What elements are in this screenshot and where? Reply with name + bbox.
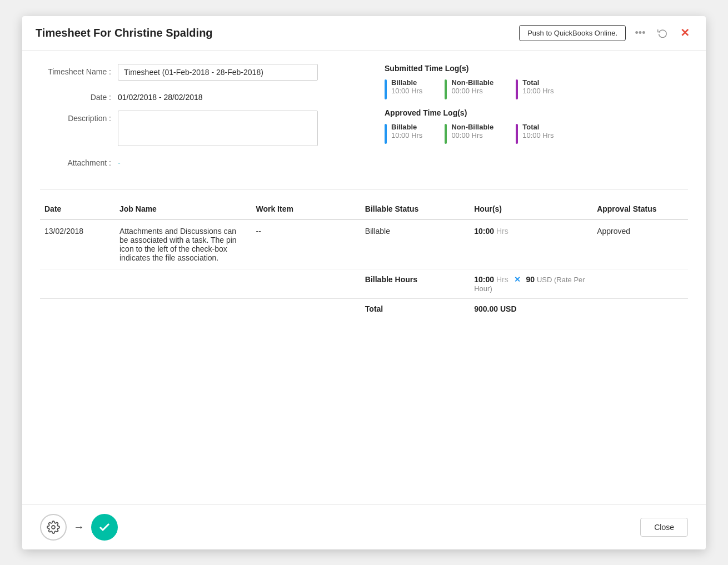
timesheet-name-label: Timesheet Name : xyxy=(40,64,118,76)
footer-left: → xyxy=(40,514,118,541)
timesheet-name-row: Timesheet Name : xyxy=(40,64,351,81)
cell-workitem: -- xyxy=(251,219,360,269)
col-header-jobname: Job Name xyxy=(115,199,251,219)
submitted-non-billable-label: Non-Billable xyxy=(451,78,493,87)
empty-cell3 xyxy=(592,298,688,319)
workflow-settings-icon[interactable] xyxy=(40,514,67,541)
header-actions: Push to QuickBooks Online. ••• ✕ xyxy=(519,25,692,41)
cell-date: 13/02/2018 xyxy=(40,219,115,269)
billable-hrs-unit: Hrs xyxy=(496,275,508,284)
submitted-stats-row: Billable 10:00 Hrs Non-Billable 00:00 Hr… xyxy=(385,78,688,99)
date-row: Date : 01/02/2018 - 28/02/2018 xyxy=(40,89,351,102)
approved-non-billable-label: Non-Billable xyxy=(451,123,493,131)
timesheet-name-input[interactable] xyxy=(118,64,318,81)
date-value: 01/02/2018 - 28/02/2018 xyxy=(118,89,203,102)
workflow-approve-button[interactable] xyxy=(91,514,118,541)
table-body: 13/02/2018 Attachments and Discussions c… xyxy=(40,219,688,319)
description-label: Description : xyxy=(40,111,118,123)
col-header-hours: Hour(s) xyxy=(470,199,592,219)
description-row: Description : xyxy=(40,111,351,146)
billable-hours-summary-row: Billable Hours 10:00 Hrs ✕ 90 USD (Rate … xyxy=(40,269,688,298)
total-value-cell: 900.00 USD xyxy=(470,298,592,319)
attachment-link[interactable]: - xyxy=(118,155,121,167)
submitted-billable-value: 10:00 Hrs xyxy=(391,87,422,95)
approved-title: Approved Time Log(s) xyxy=(385,108,688,117)
form-section: Timesheet Name : Date : 01/02/2018 - 28/… xyxy=(40,64,688,176)
cell-jobname: Attachments and Discussions can be assoc… xyxy=(115,219,251,269)
timesheet-modal: Timesheet For Christine Spalding Push to… xyxy=(22,16,706,549)
modal-title: Timesheet For Christine Spalding xyxy=(36,27,213,39)
submitted-non-billable: Non-Billable 00:00 Hrs xyxy=(445,78,493,99)
submitted-total-value: 10:00 Hrs xyxy=(522,87,554,95)
history-icon[interactable] xyxy=(655,25,670,41)
modal-body: Timesheet Name : Date : 01/02/2018 - 28/… xyxy=(22,51,706,504)
close-button[interactable]: Close xyxy=(640,518,688,537)
submitted-total: Total 10:00 Hrs xyxy=(516,78,554,99)
approved-total-value: 10:00 Hrs xyxy=(522,131,554,139)
col-header-date: Date xyxy=(40,199,115,219)
divider xyxy=(40,189,688,190)
svg-point-0 xyxy=(52,526,55,529)
total-label-cell: Total xyxy=(361,298,470,319)
table-section: Date Job Name Work Item Billable Status … xyxy=(40,199,688,319)
approved-total-label: Total xyxy=(522,123,554,131)
attachment-row: Attachment : - xyxy=(40,155,351,167)
cell-hours: 10:00 Hrs xyxy=(470,219,592,269)
form-left: Timesheet Name : Date : 01/02/2018 - 28/… xyxy=(40,64,351,176)
modal-header: Timesheet For Christine Spalding Push to… xyxy=(22,16,706,51)
gear-svg xyxy=(47,521,60,534)
total-summary-row: Total 900.00 USD xyxy=(40,298,688,319)
col-header-billable: Billable Status xyxy=(361,199,470,219)
checkmark-svg xyxy=(98,521,111,534)
more-icon[interactable]: ••• xyxy=(632,25,648,41)
approved-stats-row: Billable 10:00 Hrs Non-Billable 00:00 Hr… xyxy=(385,123,688,144)
hours-unit: Hrs xyxy=(496,227,508,236)
col-header-approval: Approval Status xyxy=(592,199,688,219)
cell-approval-status: Approved xyxy=(592,219,688,269)
approved-total-bar xyxy=(516,124,518,144)
approved-non-billable-bar xyxy=(445,124,447,144)
billable-hours-summary: 10:00 Hrs ✕ 90 USD (Rate Per Hour) xyxy=(470,269,592,298)
total-bar xyxy=(516,79,518,99)
date-label: Date : xyxy=(40,89,118,102)
rate-value: 90 xyxy=(526,275,535,284)
submitted-total-label: Total xyxy=(522,78,554,87)
table-header: Date Job Name Work Item Billable Status … xyxy=(40,199,688,219)
modal-footer: → Close xyxy=(22,504,706,549)
col-header-workitem: Work Item xyxy=(251,199,360,219)
non-billable-bar xyxy=(445,79,447,99)
empty-cell xyxy=(40,269,361,298)
submitted-title: Submitted Time Log(s) xyxy=(385,64,688,73)
approved-billable-label: Billable xyxy=(391,123,422,131)
close-icon[interactable]: ✕ xyxy=(677,25,692,41)
approved-non-billable: Non-Billable 00:00 Hrs xyxy=(445,123,493,144)
quickbooks-button[interactable]: Push to QuickBooks Online. xyxy=(519,25,626,41)
approved-non-billable-value: 00:00 Hrs xyxy=(451,131,493,139)
submitted-non-billable-value: 00:00 Hrs xyxy=(451,87,493,95)
total-value: 900.00 USD xyxy=(474,304,516,313)
approved-total: Total 10:00 Hrs xyxy=(516,123,554,144)
description-input[interactable] xyxy=(118,111,318,146)
timesheet-table: Date Job Name Work Item Billable Status … xyxy=(40,199,688,319)
billable-bar xyxy=(385,79,387,99)
billable-hours-amount: 10:00 xyxy=(474,275,494,284)
empty-cell2 xyxy=(40,298,361,319)
stats-section: Submitted Time Log(s) Billable 10:00 Hrs… xyxy=(385,64,688,176)
submitted-billable: Billable 10:00 Hrs xyxy=(385,78,422,99)
multiply-icon: ✕ xyxy=(514,275,521,284)
cell-billable-status: Billable xyxy=(361,219,470,269)
billable-hours-label: Billable Hours xyxy=(361,269,470,298)
submitted-billable-label: Billable xyxy=(391,78,422,87)
approved-billable: Billable 10:00 Hrs xyxy=(385,123,422,144)
workflow-arrow-icon: → xyxy=(73,521,84,533)
table-row: 13/02/2018 Attachments and Discussions c… xyxy=(40,219,688,269)
empty-approval-cell xyxy=(592,269,688,298)
approved-billable-bar xyxy=(385,124,387,144)
hours-value: 10:00 xyxy=(474,227,494,236)
attachment-label: Attachment : xyxy=(40,155,118,167)
approved-billable-value: 10:00 Hrs xyxy=(391,131,422,139)
